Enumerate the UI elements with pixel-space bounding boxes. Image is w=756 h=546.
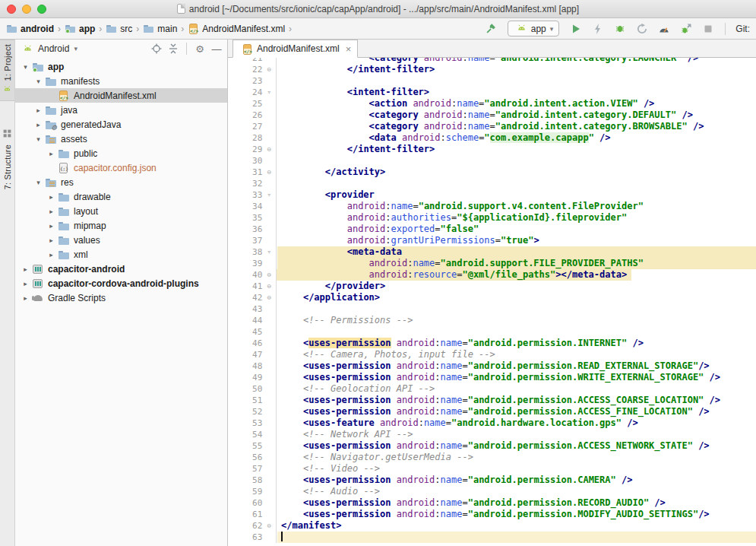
tree-item-capacitor-config-json[interactable]: capacitor.config.json [15,160,227,175]
breadcrumb-item-main[interactable]: main [143,23,177,34]
tree-expand-arrow-icon[interactable]: ▸ [47,236,55,244]
tree-item-xml[interactable]: ▸xml [15,247,227,262]
attach-debugger-button[interactable] [678,21,694,37]
code-line-22[interactable]: 22⊖ </intent-filter> [228,64,756,75]
fold-marker-icon[interactable]: ⊖ [262,144,276,155]
code-line-59[interactable]: 59 <!-- Audio --> [228,486,756,497]
close-tab-icon[interactable]: × [346,44,352,54]
fold-marker-icon[interactable]: ▿ [262,87,276,98]
code-line-25[interactable]: 25 <action android:name="android.intent.… [228,98,756,110]
locate-file-icon[interactable] [150,42,163,56]
tree-expand-arrow-icon[interactable]: ▾ [34,135,43,143]
code-editor[interactable]: 21 <category android:name="android.inten… [228,58,756,546]
tree-item-generatedjava[interactable]: ▸⚙generatedJava [15,117,227,132]
code-line-30[interactable]: 30 [228,155,756,167]
stop-button[interactable] [700,21,716,37]
collapse-all-icon[interactable] [166,42,180,56]
code-line-39[interactable]: 39 android:name="android.support.FILE_PR… [228,258,756,269]
fold-marker-icon[interactable]: ⊖ [262,281,276,292]
code-line-41[interactable]: 41⊖ </provider> [228,281,756,292]
tree-item-app[interactable]: ▾app [15,59,227,74]
tree-item-capacitor-cordova-android-plugins[interactable]: ▸capacitor-cordova-android-plugins [15,276,227,290]
code-line-43[interactable]: 43 [228,303,756,315]
code-line-37[interactable]: 37 android:grantUriPermissions="true"> [228,235,756,246]
code-line-56[interactable]: 56 <!-- Navigator.getUserMedia --> [228,452,756,463]
fold-marker-icon[interactable]: ▿ [262,246,276,258]
fold-marker-icon[interactable]: ⊖ [262,269,276,281]
code-line-49[interactable]: 49 <uses-permission android:name="androi… [228,372,756,383]
project-view-selector[interactable]: Android [38,43,69,54]
git-widget[interactable]: Git: [735,24,750,34]
profiler-button[interactable] [656,21,672,37]
code-line-60[interactable]: 60 <uses-permission android:name="androi… [228,497,756,509]
code-line-50[interactable]: 50 <!-- Geolocation API --> [228,383,756,395]
code-line-40[interactable]: 40⊖ android:resource="@xml/file_paths"><… [228,269,756,281]
tree-expand-arrow-icon[interactable]: ▸ [34,106,43,114]
code-line-27[interactable]: 27 <category android:name="android.inten… [228,121,756,132]
tree-item-assets[interactable]: ▾assets [15,132,227,146]
code-line-23[interactable]: 23 [228,75,756,87]
code-line-32[interactable]: 32 [228,178,756,189]
tree-item-capacitor-android[interactable]: ▸capacitor-android [15,262,227,276]
minimize-window-button[interactable] [22,5,31,14]
tree-item-public[interactable]: ▸public [15,146,227,160]
tree-item-res[interactable]: ▾res [15,175,227,189]
code-line-52[interactable]: 52 <uses-permission android:name="androi… [228,406,756,417]
code-line-24[interactable]: 24▿ <intent-filter> [228,87,756,98]
build-hammer-button[interactable] [482,21,499,37]
tree-item-drawable[interactable]: ▸drawable [15,189,227,204]
breadcrumb-item-app[interactable]: app [65,23,95,34]
tree-expand-arrow-icon[interactable]: ▾ [21,63,30,71]
breadcrumb-item-android[interactable]: android [6,23,54,34]
run-configuration-dropdown[interactable]: app ▾ [508,21,560,37]
tree-item-androidmanifest-xml[interactable]: AndroidManifest.xml [15,88,227,103]
hide-panel-icon[interactable]: — [210,42,223,56]
code-line-62[interactable]: 62⊖</manifest> [228,520,756,532]
tool-window-button-structure[interactable]: 7: Structure [0,125,14,193]
code-line-57[interactable]: 57 <!-- Video --> [228,463,756,475]
tree-expand-arrow-icon[interactable]: ▸ [47,193,55,201]
code-line-29[interactable]: 29⊖ </intent-filter> [228,144,756,155]
code-line-63[interactable]: 63 [228,532,756,543]
coverage-button[interactable] [634,21,650,37]
tree-expand-arrow-icon[interactable]: ▸ [34,121,43,129]
tree-item-values[interactable]: ▸values [15,233,227,247]
run-button[interactable] [568,21,584,37]
code-line-51[interactable]: 51 <uses-permission android:name="androi… [228,395,756,406]
code-line-42[interactable]: 42⊖ </application> [228,292,756,303]
code-line-53[interactable]: 53 <uses-feature android:name="android.h… [228,417,756,429]
tree-expand-arrow-icon[interactable]: ▸ [47,208,55,215]
code-line-38[interactable]: 38▿ <meta-data [228,246,756,258]
code-line-36[interactable]: 36 android:exported="false" [228,224,756,235]
tree-expand-arrow-icon[interactable]: ▸ [47,222,55,230]
tree-item-manifests[interactable]: ▾manifests [15,74,227,88]
tool-window-button-project[interactable]: 1: Project [0,40,14,101]
close-window-button[interactable] [7,5,16,14]
code-line-45[interactable]: 45 [228,326,756,338]
code-line-33[interactable]: 33▿ <provider [228,189,756,201]
code-line-28[interactable]: 28 <data android:scheme="com.example.cap… [228,132,756,144]
fold-marker-icon[interactable]: ⊖ [262,64,276,75]
apply-changes-button[interactable] [590,21,606,37]
code-line-26[interactable]: 26 <category android:name="android.inten… [228,110,756,121]
tree-expand-arrow-icon[interactable]: ▸ [47,150,55,157]
code-line-61[interactable]: 61 <uses-permission android:name="androi… [228,509,756,520]
tree-expand-arrow-icon[interactable]: ▸ [47,251,55,259]
tree-item-java[interactable]: ▸java [15,103,227,117]
tree-expand-arrow-icon[interactable]: ▾ [34,78,43,85]
fold-marker-icon[interactable]: ▿ [262,189,276,201]
tree-item-gradle-scripts[interactable]: ▸Gradle Scripts [15,290,227,305]
fold-marker-icon[interactable]: ⊖ [262,292,276,303]
debug-button[interactable] [612,21,628,37]
zoom-window-button[interactable] [37,5,46,14]
code-line-55[interactable]: 55 <uses-permission android:name="androi… [228,440,756,452]
code-line-58[interactable]: 58 <uses-permission android:name="androi… [228,475,756,486]
fold-marker-icon[interactable]: ⊖ [262,520,276,532]
code-line-44[interactable]: 44 <!-- Permissions --> [228,315,756,326]
code-line-48[interactable]: 48 <uses-permission android:name="androi… [228,360,756,372]
tree-expand-arrow-icon[interactable]: ▸ [21,280,30,287]
tree-item-layout[interactable]: ▸layout [15,204,227,218]
code-line-47[interactable]: 47 <!-- Camera, Photos, input file --> [228,349,756,360]
code-line-46[interactable]: 46 <uses-permission android:name="androi… [228,338,756,349]
editor-tab-androidmanifest[interactable]: AndroidManifest.xml × [232,40,358,58]
